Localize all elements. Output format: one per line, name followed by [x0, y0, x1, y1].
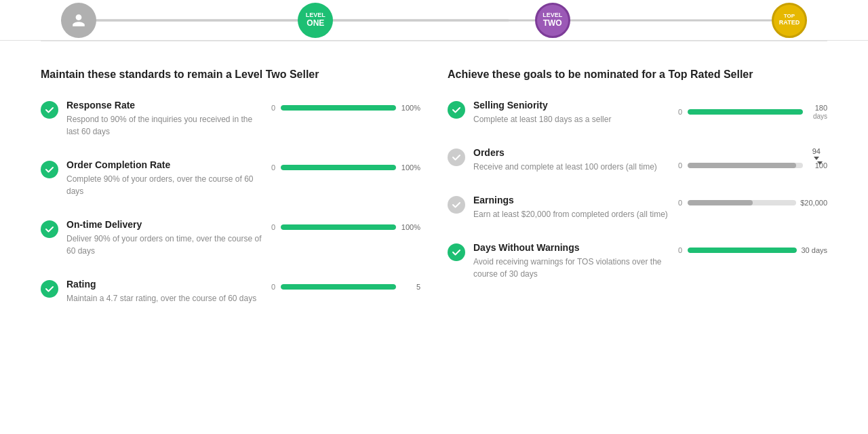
order-completion-bar-start: 0: [271, 163, 277, 172]
progress-bar-container: LEVEL ONE LEVEL TWO TOP RATED: [0, 0, 868, 41]
order-completion-icon: [41, 161, 58, 178]
earnings-icon: [448, 196, 465, 214]
step-node-icon: [61, 3, 96, 38]
metric-response-rate: Response Rate Respond to 90% of the inqu…: [41, 100, 420, 138]
days-warnings-name: Days Without Warnings: [473, 242, 670, 253]
response-rate-info: Response Rate Respond to 90% of the inqu…: [66, 100, 263, 138]
step-node-one: LEVEL ONE: [298, 3, 333, 38]
metric-orders: Orders Receive and complete at least 100…: [448, 147, 827, 173]
order-completion-bar-end: 100%: [400, 163, 420, 172]
response-rate-icon: [41, 101, 58, 119]
step-circle-icon: [61, 3, 96, 38]
selling-seniority-bar-wrapper: [688, 109, 803, 115]
earnings-bar-fill: [688, 200, 753, 205]
ontime-delivery-name: On-time Delivery: [66, 219, 263, 230]
order-completion-info: Order Completion Rate Complete 90% of yo…: [66, 159, 263, 197]
order-completion-bar-area: 0 100%: [271, 163, 420, 172]
selling-seniority-bar-end: 180days: [807, 104, 827, 120]
rating-bar-start: 0: [271, 283, 277, 291]
left-column: Maintain these standards to remain a Lev…: [41, 55, 420, 326]
days-warnings-desc: Avoid receiving warnings for TOS violati…: [473, 256, 670, 280]
orders-info: Orders Receive and complete at least 100…: [473, 147, 670, 173]
selling-seniority-bar-area: 0 180days: [678, 104, 827, 120]
selling-seniority-desc: Complete at least 180 days as a seller: [473, 113, 670, 125]
right-column-title: Achieve these goals to be nominated for …: [448, 68, 827, 81]
orders-bar-row: 0 100: [678, 161, 827, 170]
metric-selling-seniority: Selling Seniority Complete at least 180 …: [448, 100, 827, 125]
ontime-delivery-icon: [41, 220, 58, 238]
metric-ontime-delivery: On-time Delivery Deliver 90% of your ord…: [41, 219, 420, 257]
order-completion-desc: Complete 90% of your orders, over the co…: [66, 173, 263, 197]
response-rate-bar-area: 0 100%: [271, 104, 420, 112]
rating-info: Rating Maintain a 4.7 star rating, over …: [66, 279, 263, 304]
orders-desc: Receive and complete at least 100 orders…: [473, 161, 670, 173]
days-warnings-info: Days Without Warnings Avoid receiving wa…: [473, 242, 670, 280]
rating-bar-end: 5: [400, 283, 420, 291]
orders-bar-fill: [688, 163, 796, 168]
selling-seniority-bar-fill: [688, 109, 803, 115]
main-content: Maintain these standards to remain a Lev…: [0, 41, 868, 353]
days-warnings-bar-wrapper: [688, 248, 797, 253]
orders-bar-section: 94 0 100: [678, 147, 827, 170]
metric-days-warnings: Days Without Warnings Avoid receiving wa…: [448, 242, 827, 280]
order-completion-bar-fill: [281, 165, 396, 170]
earnings-bar-end: $20,000: [800, 199, 827, 207]
days-warnings-bar-end: 30 days: [801, 246, 827, 254]
order-completion-name: Order Completion Rate: [66, 159, 263, 170]
earnings-desc: Earn at least $20,000 from completed ord…: [473, 208, 670, 220]
step-circle-rated: TOP RATED: [772, 3, 807, 38]
days-warnings-bar-start: 0: [678, 246, 684, 254]
response-rate-bar-end: 100%: [400, 104, 420, 112]
ontime-delivery-info: On-time Delivery Deliver 90% of your ord…: [66, 219, 263, 257]
response-rate-bar-start: 0: [271, 104, 277, 112]
left-column-title: Maintain these standards to remain a Lev…: [41, 68, 420, 81]
selling-seniority-icon: [448, 101, 465, 119]
ontime-delivery-bar-end: 100%: [400, 223, 420, 231]
days-warnings-bar-area: 0 30 days: [678, 246, 827, 254]
rating-bar-area: 0 5: [271, 283, 420, 291]
ontime-delivery-desc: Deliver 90% of your orders on time, over…: [66, 233, 263, 257]
selling-seniority-info: Selling Seniority Complete at least 180 …: [473, 100, 670, 125]
ontime-delivery-bar-fill: [281, 224, 396, 230]
order-completion-bar-wrapper: [281, 165, 396, 170]
orders-icon: [448, 149, 465, 166]
earnings-name: Earnings: [473, 195, 670, 205]
metric-rating: Rating Maintain a 4.7 star rating, over …: [41, 279, 420, 304]
step-circle-one: LEVEL ONE: [298, 3, 333, 38]
step-label-one-line2: ONE: [307, 19, 324, 28]
response-rate-desc: Respond to 90% of the inquiries you rece…: [66, 113, 263, 138]
progress-line-fill: [61, 19, 509, 21]
earnings-bar-wrapper: [688, 200, 796, 205]
orders-bar-start: 0: [678, 161, 684, 170]
selling-seniority-bar-start: 0: [678, 108, 684, 116]
metric-order-completion: Order Completion Rate Complete 90% of yo…: [41, 159, 420, 197]
orders-tooltip-value: 94: [812, 147, 827, 160]
response-rate-name: Response Rate: [66, 100, 263, 111]
response-rate-bar-wrapper: [281, 105, 396, 111]
right-column: Achieve these goals to be nominated for …: [448, 55, 827, 326]
orders-name: Orders: [473, 147, 670, 158]
rating-bar-wrapper: [281, 284, 396, 290]
progress-line: [61, 19, 807, 21]
step-node-two: LEVEL TWO: [535, 3, 570, 38]
selling-seniority-name: Selling Seniority: [473, 100, 670, 111]
metric-earnings: Earnings Earn at least $20,000 from comp…: [448, 195, 827, 220]
rating-bar-fill: [281, 284, 396, 290]
orders-tooltip-row: 94: [812, 147, 827, 160]
ontime-delivery-bar-wrapper: [281, 224, 396, 230]
ontime-delivery-bar-area: 0 100%: [271, 223, 420, 231]
rating-name: Rating: [66, 279, 263, 290]
step-label-two-line2: TWO: [543, 19, 562, 28]
days-warnings-bar-fill: [688, 248, 797, 253]
step-node-rated: TOP RATED: [772, 3, 807, 38]
progress-track: LEVEL ONE LEVEL TWO TOP RATED: [61, 3, 807, 38]
earnings-bar-area: 0 $20,000: [678, 199, 827, 207]
step-circle-two: LEVEL TWO: [535, 3, 570, 38]
rating-icon: [41, 280, 58, 298]
orders-bar-wrapper: [688, 163, 803, 168]
days-warnings-icon: [448, 243, 465, 261]
ontime-delivery-bar-start: 0: [271, 223, 277, 231]
rating-desc: Maintain a 4.7 star rating, over the cou…: [66, 292, 263, 304]
response-rate-bar-fill: [281, 105, 396, 111]
earnings-info: Earnings Earn at least $20,000 from comp…: [473, 195, 670, 220]
